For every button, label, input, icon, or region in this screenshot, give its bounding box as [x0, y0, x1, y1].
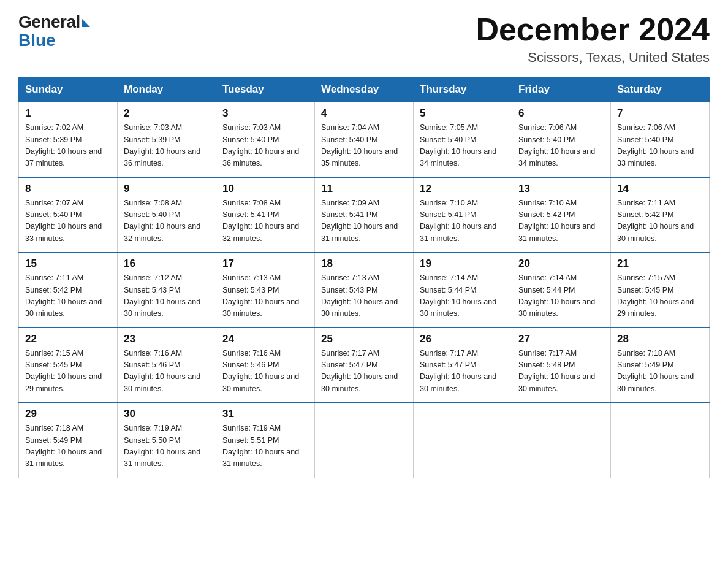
page-header: General Blue December 2024 Scissors, Tex… — [18, 12, 710, 66]
table-row: 3Sunrise: 7:03 AMSunset: 5:40 PMDaylight… — [216, 102, 315, 178]
day-number: 27 — [518, 333, 604, 345]
table-row: 14Sunrise: 7:11 AMSunset: 5:42 PMDayligh… — [611, 177, 710, 253]
day-info: Sunrise: 7:06 AMSunset: 5:40 PMDaylight:… — [518, 122, 604, 170]
day-number: 23 — [124, 333, 210, 345]
day-info: Sunrise: 7:15 AMSunset: 5:45 PMDaylight:… — [617, 272, 703, 320]
table-row: 5Sunrise: 7:05 AMSunset: 5:40 PMDaylight… — [414, 102, 512, 178]
calendar-header-row: Sunday Monday Tuesday Wednesday Thursday… — [19, 77, 710, 102]
calendar-week-row: 8Sunrise: 7:07 AMSunset: 5:40 PMDaylight… — [19, 177, 710, 253]
day-number: 28 — [617, 333, 703, 345]
day-info: Sunrise: 7:16 AMSunset: 5:46 PMDaylight:… — [124, 348, 210, 396]
col-tuesday: Tuesday — [216, 77, 315, 102]
day-info: Sunrise: 7:16 AMSunset: 5:46 PMDaylight:… — [222, 348, 308, 396]
day-info: Sunrise: 7:18 AMSunset: 5:49 PMDaylight:… — [25, 423, 111, 470]
table-row — [512, 403, 611, 478]
table-row: 9Sunrise: 7:08 AMSunset: 5:40 PMDaylight… — [118, 177, 216, 253]
table-row: 20Sunrise: 7:14 AMSunset: 5:44 PMDayligh… — [512, 253, 611, 328]
day-number: 16 — [124, 258, 210, 270]
table-row: 15Sunrise: 7:11 AMSunset: 5:42 PMDayligh… — [19, 253, 118, 328]
table-row: 25Sunrise: 7:17 AMSunset: 5:47 PMDayligh… — [315, 327, 414, 403]
table-row: 17Sunrise: 7:13 AMSunset: 5:43 PMDayligh… — [216, 253, 315, 328]
day-info: Sunrise: 7:13 AMSunset: 5:43 PMDaylight:… — [222, 272, 308, 320]
day-info: Sunrise: 7:02 AMSunset: 5:39 PMDaylight:… — [25, 122, 111, 170]
day-info: Sunrise: 7:15 AMSunset: 5:45 PMDaylight:… — [25, 348, 111, 396]
logo-blue-text: Blue — [18, 31, 90, 50]
day-number: 22 — [25, 333, 111, 345]
day-number: 24 — [222, 333, 308, 345]
table-row: 29Sunrise: 7:18 AMSunset: 5:49 PMDayligh… — [19, 403, 118, 478]
table-row: 26Sunrise: 7:17 AMSunset: 5:47 PMDayligh… — [414, 327, 512, 403]
day-info: Sunrise: 7:10 AMSunset: 5:41 PMDaylight:… — [420, 197, 506, 245]
table-row: 12Sunrise: 7:10 AMSunset: 5:41 PMDayligh… — [414, 177, 512, 253]
day-number: 6 — [518, 107, 604, 120]
day-number: 29 — [25, 408, 111, 420]
table-row — [611, 403, 710, 478]
day-info: Sunrise: 7:07 AMSunset: 5:40 PMDaylight:… — [25, 197, 111, 245]
day-info: Sunrise: 7:19 AMSunset: 5:50 PMDaylight:… — [124, 423, 210, 470]
table-row: 18Sunrise: 7:13 AMSunset: 5:43 PMDayligh… — [315, 253, 414, 328]
day-number: 12 — [420, 183, 506, 195]
title-block: December 2024 Scissors, Texas, United St… — [476, 12, 710, 66]
day-info: Sunrise: 7:06 AMSunset: 5:40 PMDaylight:… — [617, 122, 703, 170]
col-sunday: Sunday — [19, 77, 118, 102]
col-wednesday: Wednesday — [315, 77, 414, 102]
day-number: 15 — [25, 258, 111, 270]
day-info: Sunrise: 7:08 AMSunset: 5:40 PMDaylight:… — [124, 197, 210, 245]
day-number: 31 — [222, 408, 308, 420]
table-row: 2Sunrise: 7:03 AMSunset: 5:39 PMDaylight… — [118, 102, 216, 178]
col-friday: Friday — [512, 77, 611, 102]
day-number: 19 — [420, 258, 506, 270]
day-info: Sunrise: 7:10 AMSunset: 5:42 PMDaylight:… — [518, 197, 604, 245]
day-info: Sunrise: 7:04 AMSunset: 5:40 PMDaylight:… — [321, 122, 407, 170]
day-info: Sunrise: 7:18 AMSunset: 5:49 PMDaylight:… — [617, 348, 703, 396]
table-row: 28Sunrise: 7:18 AMSunset: 5:49 PMDayligh… — [611, 327, 710, 403]
table-row: 30Sunrise: 7:19 AMSunset: 5:50 PMDayligh… — [118, 403, 216, 478]
day-number: 17 — [222, 258, 308, 270]
col-saturday: Saturday — [611, 77, 710, 102]
logo-general-text: General — [18, 12, 80, 32]
day-info: Sunrise: 7:19 AMSunset: 5:51 PMDaylight:… — [222, 423, 308, 470]
day-number: 4 — [321, 107, 407, 120]
table-row: 10Sunrise: 7:08 AMSunset: 5:41 PMDayligh… — [216, 177, 315, 253]
calendar-week-row: 15Sunrise: 7:11 AMSunset: 5:42 PMDayligh… — [19, 253, 710, 328]
day-number: 1 — [25, 107, 111, 120]
day-info: Sunrise: 7:03 AMSunset: 5:40 PMDaylight:… — [222, 122, 308, 170]
day-number: 3 — [222, 107, 308, 120]
table-row: 4Sunrise: 7:04 AMSunset: 5:40 PMDaylight… — [315, 102, 414, 178]
day-info: Sunrise: 7:08 AMSunset: 5:41 PMDaylight:… — [222, 197, 308, 245]
calendar-week-row: 22Sunrise: 7:15 AMSunset: 5:45 PMDayligh… — [19, 327, 710, 403]
day-info: Sunrise: 7:05 AMSunset: 5:40 PMDaylight:… — [420, 122, 506, 170]
month-title: December 2024 — [476, 12, 710, 47]
table-row: 23Sunrise: 7:16 AMSunset: 5:46 PMDayligh… — [118, 327, 216, 403]
col-monday: Monday — [118, 77, 216, 102]
day-number: 30 — [124, 408, 210, 420]
location-title: Scissors, Texas, United States — [476, 50, 710, 66]
day-number: 11 — [321, 183, 407, 195]
calendar-week-row: 29Sunrise: 7:18 AMSunset: 5:49 PMDayligh… — [19, 403, 710, 478]
day-info: Sunrise: 7:03 AMSunset: 5:39 PMDaylight:… — [124, 122, 210, 170]
day-info: Sunrise: 7:17 AMSunset: 5:48 PMDaylight:… — [518, 348, 604, 396]
day-number: 26 — [420, 333, 506, 345]
day-info: Sunrise: 7:14 AMSunset: 5:44 PMDaylight:… — [518, 272, 604, 320]
table-row: 16Sunrise: 7:12 AMSunset: 5:43 PMDayligh… — [118, 253, 216, 328]
day-number: 9 — [124, 183, 210, 195]
table-row: 21Sunrise: 7:15 AMSunset: 5:45 PMDayligh… — [611, 253, 710, 328]
day-number: 13 — [518, 183, 604, 195]
day-number: 25 — [321, 333, 407, 345]
day-info: Sunrise: 7:17 AMSunset: 5:47 PMDaylight:… — [420, 348, 506, 396]
col-thursday: Thursday — [414, 77, 512, 102]
day-number: 2 — [124, 107, 210, 120]
day-number: 5 — [420, 107, 506, 120]
logo-arrow-icon — [82, 18, 90, 27]
table-row: 6Sunrise: 7:06 AMSunset: 5:40 PMDaylight… — [512, 102, 611, 178]
calendar-week-row: 1Sunrise: 7:02 AMSunset: 5:39 PMDaylight… — [19, 102, 710, 178]
table-row: 27Sunrise: 7:17 AMSunset: 5:48 PMDayligh… — [512, 327, 611, 403]
logo: General Blue — [18, 12, 90, 50]
day-info: Sunrise: 7:12 AMSunset: 5:43 PMDaylight:… — [124, 272, 210, 320]
day-info: Sunrise: 7:17 AMSunset: 5:47 PMDaylight:… — [321, 348, 407, 396]
table-row — [315, 403, 414, 478]
table-row: 11Sunrise: 7:09 AMSunset: 5:41 PMDayligh… — [315, 177, 414, 253]
day-info: Sunrise: 7:11 AMSunset: 5:42 PMDaylight:… — [617, 197, 703, 245]
table-row: 1Sunrise: 7:02 AMSunset: 5:39 PMDaylight… — [19, 102, 118, 178]
table-row: 22Sunrise: 7:15 AMSunset: 5:45 PMDayligh… — [19, 327, 118, 403]
